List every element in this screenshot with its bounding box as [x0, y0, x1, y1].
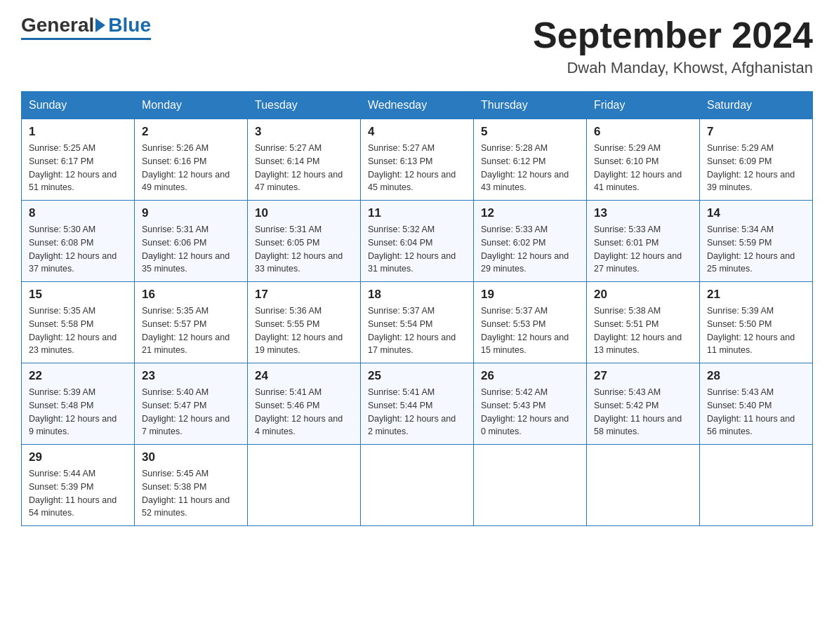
- day-info: Sunrise: 5:43 AMSunset: 5:42 PMDaylight:…: [594, 386, 692, 438]
- day-info: Sunrise: 5:31 AMSunset: 6:06 PMDaylight:…: [142, 223, 240, 276]
- table-row: [587, 445, 700, 526]
- day-number: 18: [368, 288, 466, 302]
- logo-general-text: General: [21, 14, 94, 36]
- month-year-title: September 2024: [533, 14, 813, 56]
- day-number: 24: [255, 369, 353, 383]
- table-row: 6Sunrise: 5:29 AMSunset: 6:10 PMDaylight…: [587, 119, 700, 201]
- header-monday: Monday: [135, 92, 248, 119]
- logo-underline: [21, 38, 151, 40]
- day-number: 10: [255, 206, 353, 220]
- day-info: Sunrise: 5:41 AMSunset: 5:44 PMDaylight:…: [368, 386, 466, 438]
- logo-text: General Blue: [21, 14, 151, 36]
- table-row: 22Sunrise: 5:39 AMSunset: 5:48 PMDayligh…: [22, 363, 135, 445]
- day-info: Sunrise: 5:25 AMSunset: 6:17 PMDaylight:…: [29, 142, 127, 194]
- day-number: 26: [481, 369, 579, 383]
- day-number: 20: [594, 288, 692, 302]
- logo-blue-text: Blue: [108, 14, 151, 36]
- day-number: 27: [594, 369, 692, 383]
- header-wednesday: Wednesday: [361, 92, 474, 119]
- header-tuesday: Tuesday: [248, 92, 361, 119]
- day-info: Sunrise: 5:45 AMSunset: 5:38 PMDaylight:…: [142, 467, 240, 520]
- day-info: Sunrise: 5:39 AMSunset: 5:50 PMDaylight:…: [707, 304, 805, 357]
- table-row: 14Sunrise: 5:34 AMSunset: 5:59 PMDayligh…: [700, 201, 813, 282]
- table-row: 26Sunrise: 5:42 AMSunset: 5:43 PMDayligh…: [474, 363, 587, 445]
- day-number: 5: [481, 125, 579, 139]
- day-info: Sunrise: 5:37 AMSunset: 5:54 PMDaylight:…: [368, 304, 466, 357]
- calendar-week-2: 8Sunrise: 5:30 AMSunset: 6:08 PMDaylight…: [22, 201, 813, 282]
- table-row: 16Sunrise: 5:35 AMSunset: 5:57 PMDayligh…: [135, 282, 248, 363]
- day-number: 13: [594, 206, 692, 220]
- day-number: 9: [142, 206, 240, 220]
- table-row: 2Sunrise: 5:26 AMSunset: 6:16 PMDaylight…: [135, 119, 248, 201]
- table-row: 10Sunrise: 5:31 AMSunset: 6:05 PMDayligh…: [248, 201, 361, 282]
- table-row: 12Sunrise: 5:33 AMSunset: 6:02 PMDayligh…: [474, 201, 587, 282]
- table-row: 29Sunrise: 5:44 AMSunset: 5:39 PMDayligh…: [22, 445, 135, 526]
- day-info: Sunrise: 5:29 AMSunset: 6:10 PMDaylight:…: [594, 142, 692, 194]
- day-info: Sunrise: 5:44 AMSunset: 5:39 PMDaylight:…: [29, 467, 127, 520]
- day-number: 1: [29, 125, 127, 139]
- day-number: 2: [142, 125, 240, 139]
- table-row: 25Sunrise: 5:41 AMSunset: 5:44 PMDayligh…: [361, 363, 474, 445]
- day-info: Sunrise: 5:43 AMSunset: 5:40 PMDaylight:…: [707, 386, 805, 438]
- table-row: 18Sunrise: 5:37 AMSunset: 5:54 PMDayligh…: [361, 282, 474, 363]
- day-info: Sunrise: 5:29 AMSunset: 6:09 PMDaylight:…: [707, 142, 805, 194]
- day-info: Sunrise: 5:30 AMSunset: 6:08 PMDaylight:…: [29, 223, 127, 276]
- day-info: Sunrise: 5:27 AMSunset: 6:13 PMDaylight:…: [368, 142, 466, 194]
- day-info: Sunrise: 5:41 AMSunset: 5:46 PMDaylight:…: [255, 386, 353, 438]
- calendar-week-5: 29Sunrise: 5:44 AMSunset: 5:39 PMDayligh…: [22, 445, 813, 526]
- day-number: 14: [707, 206, 805, 220]
- day-number: 28: [707, 369, 805, 383]
- day-info: Sunrise: 5:35 AMSunset: 5:58 PMDaylight:…: [29, 304, 127, 357]
- table-row: 19Sunrise: 5:37 AMSunset: 5:53 PMDayligh…: [474, 282, 587, 363]
- calendar-table: Sunday Monday Tuesday Wednesday Thursday…: [21, 91, 813, 526]
- day-number: 29: [29, 450, 127, 464]
- logo-triangle-icon: [95, 18, 105, 32]
- table-row: 24Sunrise: 5:41 AMSunset: 5:46 PMDayligh…: [248, 363, 361, 445]
- table-row: 13Sunrise: 5:33 AMSunset: 6:01 PMDayligh…: [587, 201, 700, 282]
- logo-blue-part: Blue: [94, 14, 151, 36]
- day-number: 15: [29, 288, 127, 302]
- table-row: 21Sunrise: 5:39 AMSunset: 5:50 PMDayligh…: [700, 282, 813, 363]
- calendar-week-1: 1Sunrise: 5:25 AMSunset: 6:17 PMDaylight…: [22, 119, 813, 201]
- day-number: 22: [29, 369, 127, 383]
- day-info: Sunrise: 5:28 AMSunset: 6:12 PMDaylight:…: [481, 142, 579, 194]
- table-row: [248, 445, 361, 526]
- day-number: 23: [142, 369, 240, 383]
- day-number: 4: [368, 125, 466, 139]
- day-number: 7: [707, 125, 805, 139]
- day-number: 16: [142, 288, 240, 302]
- table-row: 9Sunrise: 5:31 AMSunset: 6:06 PMDaylight…: [135, 201, 248, 282]
- day-info: Sunrise: 5:42 AMSunset: 5:43 PMDaylight:…: [481, 386, 579, 438]
- day-info: Sunrise: 5:32 AMSunset: 6:04 PMDaylight:…: [368, 223, 466, 276]
- table-row: 11Sunrise: 5:32 AMSunset: 6:04 PMDayligh…: [361, 201, 474, 282]
- table-row: 23Sunrise: 5:40 AMSunset: 5:47 PMDayligh…: [135, 363, 248, 445]
- table-row: [700, 445, 813, 526]
- table-row: 5Sunrise: 5:28 AMSunset: 6:12 PMDaylight…: [474, 119, 587, 201]
- table-row: 7Sunrise: 5:29 AMSunset: 6:09 PMDaylight…: [700, 119, 813, 201]
- table-row: 17Sunrise: 5:36 AMSunset: 5:55 PMDayligh…: [248, 282, 361, 363]
- day-number: 6: [594, 125, 692, 139]
- header-thursday: Thursday: [474, 92, 587, 119]
- day-number: 19: [481, 288, 579, 302]
- header-saturday: Saturday: [700, 92, 813, 119]
- day-number: 3: [255, 125, 353, 139]
- location-subtitle: Dwah Manday, Khowst, Afghanistan: [533, 59, 813, 77]
- day-info: Sunrise: 5:27 AMSunset: 6:14 PMDaylight:…: [255, 142, 353, 194]
- day-number: 11: [368, 206, 466, 220]
- table-row: 20Sunrise: 5:38 AMSunset: 5:51 PMDayligh…: [587, 282, 700, 363]
- day-number: 21: [707, 288, 805, 302]
- header-sunday: Sunday: [22, 92, 135, 119]
- page-header: General Blue September 2024 Dwah Manday,…: [21, 14, 813, 77]
- table-row: 3Sunrise: 5:27 AMSunset: 6:14 PMDaylight…: [248, 119, 361, 201]
- day-number: 25: [368, 369, 466, 383]
- calendar-week-4: 22Sunrise: 5:39 AMSunset: 5:48 PMDayligh…: [22, 363, 813, 445]
- day-info: Sunrise: 5:31 AMSunset: 6:05 PMDaylight:…: [255, 223, 353, 276]
- day-info: Sunrise: 5:37 AMSunset: 5:53 PMDaylight:…: [481, 304, 579, 357]
- table-row: 30Sunrise: 5:45 AMSunset: 5:38 PMDayligh…: [135, 445, 248, 526]
- day-info: Sunrise: 5:38 AMSunset: 5:51 PMDaylight:…: [594, 304, 692, 357]
- day-info: Sunrise: 5:26 AMSunset: 6:16 PMDaylight:…: [142, 142, 240, 194]
- table-row: 15Sunrise: 5:35 AMSunset: 5:58 PMDayligh…: [22, 282, 135, 363]
- day-info: Sunrise: 5:40 AMSunset: 5:47 PMDaylight:…: [142, 386, 240, 438]
- day-number: 8: [29, 206, 127, 220]
- day-number: 17: [255, 288, 353, 302]
